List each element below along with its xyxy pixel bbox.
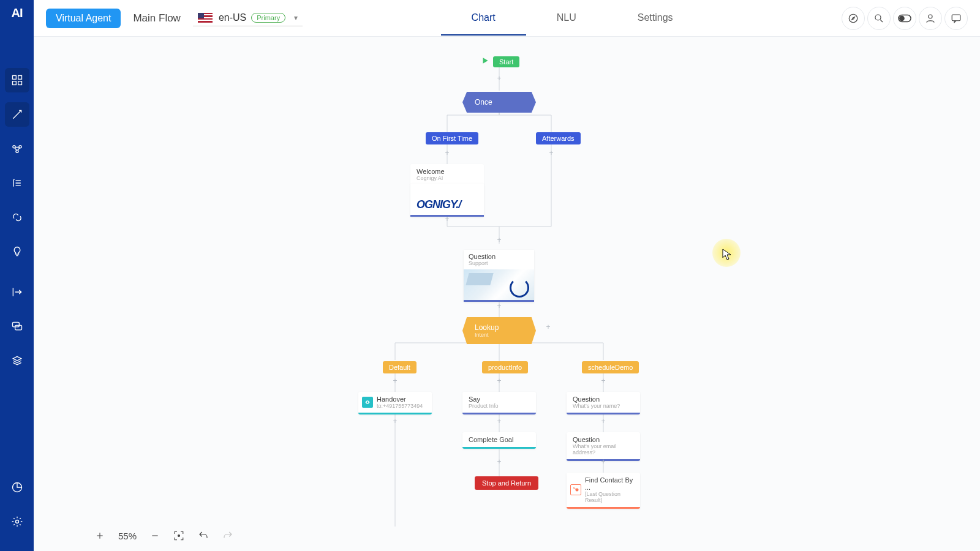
locale-badge: Primary bbox=[251, 13, 285, 23]
undo-button[interactable] bbox=[198, 530, 209, 541]
svg-rect-2 bbox=[12, 81, 16, 85]
svg-point-12 bbox=[875, 15, 881, 20]
question-image bbox=[464, 269, 534, 300]
user-icon[interactable] bbox=[919, 7, 942, 30]
fit-view-button[interactable] bbox=[173, 530, 184, 541]
tab-chart[interactable]: Chart bbox=[441, 1, 526, 36]
question-email-node[interactable]: Question What's your email address? bbox=[567, 432, 640, 461]
main-area: Virtual Agent Main Flow en-US Primary ▾ … bbox=[34, 0, 980, 551]
add-node-button[interactable]: + bbox=[391, 377, 399, 385]
svg-point-14 bbox=[900, 16, 904, 20]
say-node[interactable]: Say Product Info bbox=[462, 392, 536, 414]
search-icon[interactable] bbox=[867, 7, 891, 30]
add-node-button[interactable]: + bbox=[443, 215, 451, 223]
say-sub: Product Info bbox=[469, 403, 530, 409]
add-node-button[interactable]: + bbox=[495, 302, 503, 310]
on-first-time-chip[interactable]: On First Time bbox=[426, 132, 478, 144]
play-icon bbox=[481, 56, 489, 67]
find-contact-title: Find Contact By ... bbox=[585, 476, 636, 491]
svg-rect-16 bbox=[952, 15, 960, 21]
nav-flow-icon[interactable] bbox=[5, 102, 29, 127]
complete-goal-title: Complete Goal bbox=[469, 436, 530, 443]
question-email-sub: What's your email address? bbox=[573, 443, 634, 455]
brand-logo-text: OGNIGY./ bbox=[417, 198, 478, 211]
nav-settings-icon[interactable] bbox=[5, 509, 29, 534]
afterwards-chip[interactable]: Afterwards bbox=[536, 132, 581, 144]
question-email-title: Question bbox=[573, 436, 634, 443]
schedule-demo-chip[interactable]: scheduleDemo bbox=[582, 361, 639, 373]
lookup-sub: Intent bbox=[475, 332, 524, 338]
nav-dashboard-icon[interactable] bbox=[5, 68, 29, 92]
topbar: Virtual Agent Main Flow en-US Primary ▾ … bbox=[34, 0, 980, 37]
stop-return-node[interactable]: Stop and Return bbox=[475, 476, 538, 490]
add-node-button[interactable]: + bbox=[599, 377, 608, 385]
svg-rect-0 bbox=[12, 76, 16, 80]
toggle-icon[interactable] bbox=[893, 7, 916, 30]
explore-icon[interactable] bbox=[842, 7, 865, 30]
brand-logo-node[interactable]: OGNIGY./ bbox=[410, 184, 484, 217]
zoom-in-button[interactable] bbox=[95, 531, 105, 541]
welcome-node[interactable]: Welcome Cognigy.AI bbox=[410, 164, 484, 185]
svg-rect-8 bbox=[15, 325, 21, 330]
question-name-node[interactable]: Question What's your name? bbox=[567, 392, 640, 414]
lookup-node[interactable]: Lookup Intent bbox=[462, 317, 536, 344]
svg-point-34 bbox=[178, 535, 180, 537]
once-node[interactable]: Once bbox=[462, 92, 536, 113]
flow-canvas[interactable]: Start + Once On First Time Afterwards + … bbox=[34, 37, 980, 551]
chat-icon[interactable] bbox=[944, 7, 968, 30]
add-node-button[interactable]: + bbox=[547, 149, 556, 157]
add-node-button[interactable]: + bbox=[495, 417, 503, 425]
productinfo-chip[interactable]: productInfo bbox=[482, 361, 528, 373]
nav-insights-icon[interactable] bbox=[5, 239, 29, 264]
handover-icon bbox=[362, 397, 373, 408]
nav-connections-icon[interactable] bbox=[5, 205, 29, 230]
lookup-title: Lookup bbox=[475, 323, 499, 332]
question-sub: Support bbox=[469, 260, 529, 266]
zoom-level: 55% bbox=[118, 531, 137, 541]
nav-conversations-icon[interactable] bbox=[5, 314, 29, 339]
nav-lexicon-icon[interactable] bbox=[5, 171, 29, 195]
add-node-button[interactable]: + bbox=[599, 417, 608, 425]
default-chip[interactable]: Default bbox=[383, 361, 417, 373]
nav-export-icon[interactable] bbox=[5, 280, 29, 304]
nav-intents-icon[interactable] bbox=[5, 137, 29, 161]
tabs: Chart NLU Settings bbox=[303, 1, 842, 36]
add-node-button[interactable]: + bbox=[495, 74, 503, 83]
app-logo: AI bbox=[12, 6, 23, 20]
zoom-toolbar: 55% bbox=[95, 530, 233, 541]
start-node[interactable]: Start bbox=[493, 56, 519, 67]
nav-layers-icon[interactable] bbox=[5, 348, 29, 373]
locale-selector[interactable]: en-US Primary ▾ bbox=[193, 10, 303, 26]
zoom-out-button[interactable] bbox=[150, 531, 160, 541]
redo-button[interactable] bbox=[222, 530, 233, 541]
svg-point-31 bbox=[576, 489, 579, 492]
welcome-title: Welcome bbox=[417, 168, 478, 175]
add-node-button[interactable]: + bbox=[391, 417, 399, 425]
hubspot-icon bbox=[570, 484, 581, 495]
add-node-button[interactable]: + bbox=[495, 377, 503, 385]
question-name-title: Question bbox=[573, 395, 634, 403]
say-title: Say bbox=[469, 395, 530, 403]
find-contact-node[interactable]: Find Contact By ... [Last Question Resul… bbox=[567, 473, 640, 509]
handover-sub: to:+491755773494 bbox=[377, 403, 428, 409]
add-node-button[interactable]: + bbox=[599, 457, 608, 466]
svg-point-15 bbox=[929, 15, 932, 18]
add-node-button[interactable]: + bbox=[495, 236, 503, 244]
svg-rect-3 bbox=[18, 81, 21, 85]
add-node-button[interactable]: + bbox=[495, 457, 503, 466]
tab-settings[interactable]: Settings bbox=[607, 1, 704, 36]
add-node-button[interactable]: + bbox=[443, 149, 451, 157]
breadcrumb: Main Flow bbox=[133, 12, 180, 24]
svg-point-10 bbox=[15, 520, 18, 523]
question-support-node[interactable]: Question Support bbox=[464, 250, 534, 302]
svg-rect-7 bbox=[12, 322, 19, 327]
once-label: Once bbox=[475, 98, 492, 107]
tab-nlu[interactable]: NLU bbox=[526, 1, 607, 36]
question-name-sub: What's your name? bbox=[573, 403, 634, 409]
handover-node[interactable]: Handover to:+491755773494 bbox=[358, 392, 432, 414]
locale-text: en-US bbox=[219, 12, 246, 23]
add-node-button[interactable]: + bbox=[544, 323, 552, 331]
complete-goal-node[interactable]: Complete Goal bbox=[462, 432, 536, 449]
nav-analytics-icon[interactable] bbox=[5, 475, 29, 500]
chevron-down-icon: ▾ bbox=[294, 13, 298, 22]
